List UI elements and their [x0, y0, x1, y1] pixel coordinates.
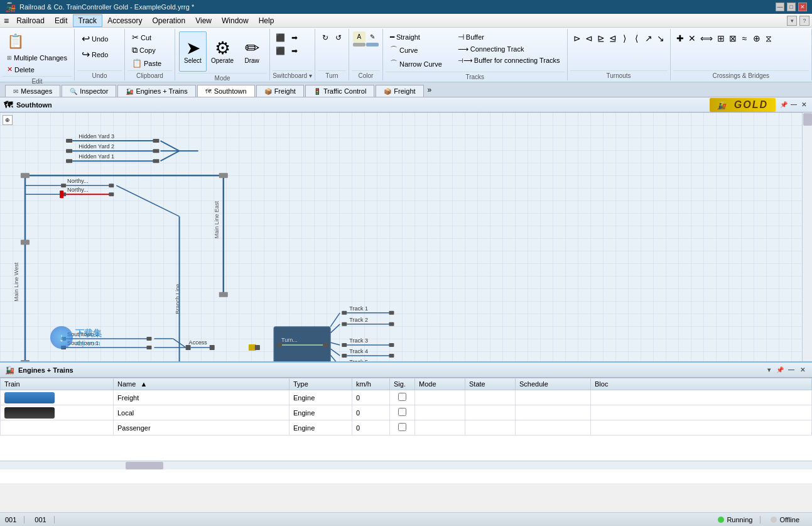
tab-freight2[interactable]: 📦 Freight — [376, 85, 423, 97]
svg-rect-35 — [210, 345, 215, 350]
sig-checkbox-local[interactable] — [398, 408, 406, 416]
train-bloc-local — [591, 405, 812, 420]
cross4-btn[interactable]: ⊞ — [715, 31, 727, 45]
menu-view[interactable]: View — [190, 14, 217, 27]
sw4-btn[interactable]: ➡ — [288, 45, 301, 57]
paste-label: Paste — [144, 60, 161, 67]
turnout3-btn[interactable]: ⊵ — [595, 31, 607, 45]
minimize-btn[interactable]: — — [776, 3, 784, 11]
redo-btn[interactable]: ↪ Redo — [78, 47, 111, 62]
canvas-pin-btn[interactable]: 📌 — [779, 101, 788, 109]
col-name[interactable]: Name ▲ — [114, 378, 290, 390]
cross6-btn[interactable]: ≈ — [739, 31, 750, 45]
turn1-btn[interactable]: ↻ — [319, 31, 332, 44]
maximize-btn[interactable]: □ — [787, 3, 796, 11]
canvas-main[interactable]: ⊕ Hidden Yard 3 Hidden Yard 2 — [0, 112, 812, 361]
menu-operation[interactable]: Operation — [147, 14, 190, 27]
panel-dropdown-btn[interactable]: ▾ — [764, 366, 773, 375]
cross2-btn[interactable]: ✕ — [686, 31, 698, 45]
col-schedule[interactable]: Schedule — [516, 378, 591, 390]
narrow-curve-btn[interactable]: ⌒ Narrow Curve — [387, 57, 445, 70]
col-train[interactable]: Train — [1, 378, 114, 390]
turnout1-btn[interactable]: ⊳ — [571, 31, 583, 45]
canvas-minimize-btn[interactable]: — — [789, 101, 798, 109]
turnout2-btn[interactable]: ⊲ — [583, 31, 595, 45]
properties-btn[interactable]: 📋 — [4, 31, 70, 52]
close-btn[interactable]: ✕ — [798, 3, 807, 11]
turnout7-icon: ↗ — [645, 33, 652, 43]
straight-btn[interactable]: ━ Straight — [387, 31, 445, 43]
cross3-btn[interactable]: ⟺ — [698, 31, 715, 45]
menu-app[interactable]: ≡ — [1, 14, 11, 27]
col-bloc[interactable]: Bloc — [591, 378, 812, 390]
turnout3-icon: ⊵ — [597, 33, 605, 43]
ribbon-help-btn[interactable]: ? — [799, 16, 809, 26]
tab-freight1[interactable]: 📦 Freight — [256, 85, 304, 97]
messages-tab-icon: ✉ — [13, 88, 18, 95]
copy-btn[interactable]: ⧉ Copy — [129, 44, 159, 57]
turn2-btn[interactable]: ↺ — [332, 31, 345, 44]
menu-accessory[interactable]: Accessory — [102, 14, 147, 27]
canvas-close-btn[interactable]: ✕ — [799, 101, 808, 109]
connecting-track-btn[interactable]: ⟶ Connecting Track — [455, 43, 563, 55]
clipboard-group-label: Clipboard — [127, 70, 172, 79]
col-kmh[interactable]: km/h — [352, 378, 390, 390]
undo-btn[interactable]: ↩ Undo — [78, 31, 111, 46]
turnout8-btn[interactable]: ↘ — [655, 31, 666, 45]
main-line-east-label: Main Line East — [214, 200, 220, 238]
paste-btn[interactable]: 📋 Paste — [129, 57, 165, 69]
ribbon-minimize-btn[interactable]: ▾ — [787, 16, 797, 26]
multiple-changes-btn[interactable]: ⊞ Multiple Changes — [4, 53, 70, 63]
menu-window[interactable]: Window — [217, 14, 254, 27]
buffer-icon: ⊣ — [458, 33, 464, 41]
menu-edit[interactable]: Edit — [50, 14, 73, 27]
color3-btn[interactable] — [353, 43, 365, 47]
cross7-btn[interactable]: ⊕ — [751, 31, 762, 45]
sig-checkbox-freight[interactable] — [398, 393, 406, 401]
cross8-btn[interactable]: ⧖ — [763, 31, 774, 46]
tab-southtown[interactable]: 🗺 Southtown — [197, 85, 255, 97]
buffer-btn[interactable]: ⊣ Buffer — [455, 31, 563, 43]
turnout7-btn[interactable]: ↗ — [643, 31, 654, 45]
panel-close-btn[interactable]: ✕ — [798, 366, 807, 375]
curve-btn[interactable]: ⌒ Curve — [387, 43, 445, 57]
canvas-vscroll[interactable] — [802, 112, 812, 361]
sw1-btn[interactable]: ⬛ — [274, 31, 287, 44]
col-mode[interactable]: Mode — [415, 378, 465, 390]
tab-engines-trains[interactable]: 🚂 Engines + Trains — [117, 85, 195, 97]
menu-railroad[interactable]: Railroad — [11, 14, 50, 27]
draw-btn[interactable]: ✏ Draw — [238, 31, 266, 72]
turnout5-btn[interactable]: ⟩ — [619, 31, 631, 45]
color1-btn[interactable]: A — [353, 31, 365, 42]
sw2-btn[interactable]: ➡ — [288, 31, 301, 44]
table-container[interactable]: Train Name ▲ Type km/h Sig. — [0, 378, 812, 471]
col-kmh-label: km/h — [356, 380, 371, 388]
col-type[interactable]: Type — [290, 378, 352, 390]
col-sig[interactable]: Sig. — [390, 378, 415, 390]
panel-pin-btn[interactable]: 📌 — [776, 366, 784, 375]
turnout6-btn[interactable]: ⟨ — [631, 31, 642, 45]
tabs-more-btn[interactable]: » — [425, 84, 435, 96]
sig-checkbox-passenger[interactable] — [398, 423, 406, 431]
bottom-panel-header: 🚂 Engines + Trains ▾ 📌 — ✕ — [0, 363, 812, 378]
delete-btn[interactable]: ✕ Delete — [4, 64, 38, 75]
cross1-btn[interactable]: ✚ — [674, 31, 686, 45]
color2-btn[interactable]: ✎ — [366, 31, 379, 42]
select-btn[interactable]: ➤ Select — [179, 31, 207, 72]
cut-btn[interactable]: ✂ Cut — [129, 31, 154, 43]
operate-btn[interactable]: ⚙ Operate — [208, 31, 237, 72]
table-hscroll[interactable] — [0, 461, 812, 469]
buffer-connecting-btn[interactable]: ⊣⟶ Buffer for connecting Tracks — [455, 55, 563, 65]
panel-minimize-btn[interactable]: — — [787, 366, 796, 375]
color4-btn[interactable] — [366, 43, 379, 47]
turnout4-btn[interactable]: ⊴ — [607, 31, 619, 45]
code1-value: 001 — [5, 516, 16, 523]
sw3-btn[interactable]: ⬛ — [274, 45, 287, 57]
tab-inspector[interactable]: 🔍 Inspector — [62, 85, 116, 97]
menu-help[interactable]: Help — [254, 14, 279, 27]
tab-traffic-control[interactable]: 🚦 Traffic Control — [305, 85, 374, 97]
menu-track[interactable]: Track — [73, 14, 103, 27]
cross5-btn[interactable]: ⊠ — [727, 31, 739, 45]
col-state[interactable]: State — [465, 378, 516, 390]
tab-messages[interactable]: ✉ Messages — [5, 85, 60, 97]
